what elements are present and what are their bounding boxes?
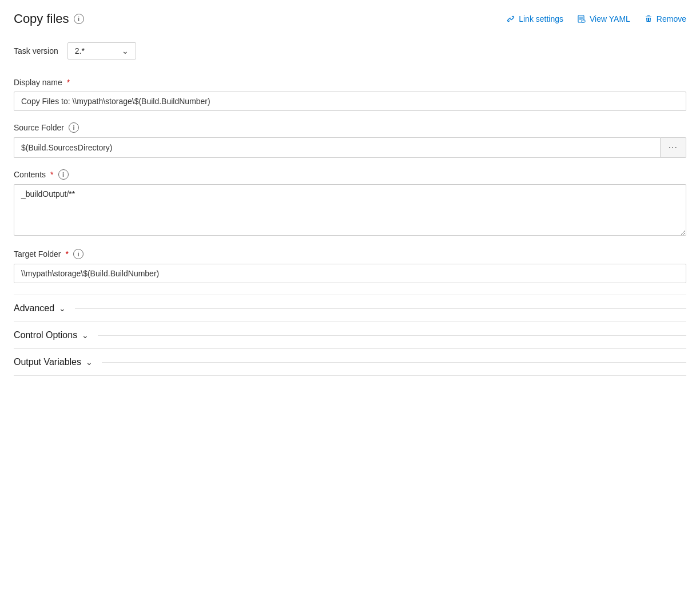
task-version-value: 2.*: [75, 46, 85, 55]
advanced-chevron-icon: ⌄: [59, 304, 66, 313]
target-folder-label-row: Target Folder * i: [14, 249, 686, 259]
link-settings-button[interactable]: Link settings: [506, 14, 563, 23]
remove-icon: [644, 14, 653, 23]
link-icon: [506, 14, 515, 23]
target-folder-required: *: [65, 249, 68, 259]
output-variables-label: Output Variables: [14, 357, 81, 367]
contents-textarea[interactable]: [14, 184, 686, 236]
svg-rect-4: [582, 20, 585, 22]
target-folder-section: Target Folder * i: [14, 249, 686, 283]
advanced-label: Advanced: [14, 303, 54, 314]
target-folder-input[interactable]: [14, 264, 686, 283]
contents-label: Contents: [14, 170, 46, 179]
contents-label-row: Contents * i: [14, 169, 686, 180]
display-name-section: Display name *: [14, 78, 686, 111]
display-name-required: *: [67, 78, 70, 87]
page-title: Copy files: [14, 11, 69, 26]
contents-required: *: [50, 170, 53, 179]
contents-section: Contents * i: [14, 169, 686, 237]
control-options-chevron-icon: ⌄: [82, 331, 89, 340]
target-folder-label: Target Folder: [14, 249, 61, 259]
version-chevron-icon: ⌄: [122, 46, 129, 55]
advanced-section-header[interactable]: Advanced ⌄: [14, 295, 686, 322]
output-variables-section-header[interactable]: Output Variables ⌄: [14, 348, 686, 376]
source-folder-label-row: Source Folder i: [14, 122, 686, 133]
control-options-section-header[interactable]: Control Options ⌄: [14, 322, 686, 348]
source-folder-ellipsis-button[interactable]: ···: [660, 137, 686, 158]
display-name-input[interactable]: [14, 92, 686, 111]
output-variables-chevron-icon: ⌄: [86, 358, 93, 367]
remove-button[interactable]: Remove: [644, 14, 686, 23]
task-version-label: Task version: [14, 46, 58, 55]
title-info-icon[interactable]: i: [74, 14, 84, 24]
source-folder-info-icon[interactable]: i: [69, 122, 79, 133]
display-name-label-row: Display name *: [14, 78, 686, 87]
header-actions: Link settings View YAML Remove: [506, 14, 686, 23]
source-folder-section: Source Folder i ···: [14, 122, 686, 158]
source-folder-input[interactable]: [14, 137, 660, 158]
source-folder-input-group: ···: [14, 137, 686, 158]
page-header: Copy files i Link settings View YAML: [14, 11, 686, 26]
source-folder-label: Source Folder: [14, 123, 64, 132]
control-options-label: Control Options: [14, 330, 77, 340]
yaml-icon: [577, 14, 586, 23]
view-yaml-button[interactable]: View YAML: [577, 14, 630, 23]
target-folder-info-icon[interactable]: i: [73, 249, 83, 259]
title-area: Copy files i: [14, 11, 84, 26]
remove-label: Remove: [657, 14, 686, 23]
link-settings-label: Link settings: [519, 14, 563, 23]
task-version-row: Task version 2.* ⌄: [14, 42, 686, 59]
display-name-label: Display name: [14, 78, 62, 87]
ellipsis-icon: ···: [669, 142, 678, 153]
contents-info-icon[interactable]: i: [58, 169, 69, 180]
task-version-select[interactable]: 2.* ⌄: [67, 42, 136, 59]
view-yaml-label: View YAML: [590, 14, 630, 23]
